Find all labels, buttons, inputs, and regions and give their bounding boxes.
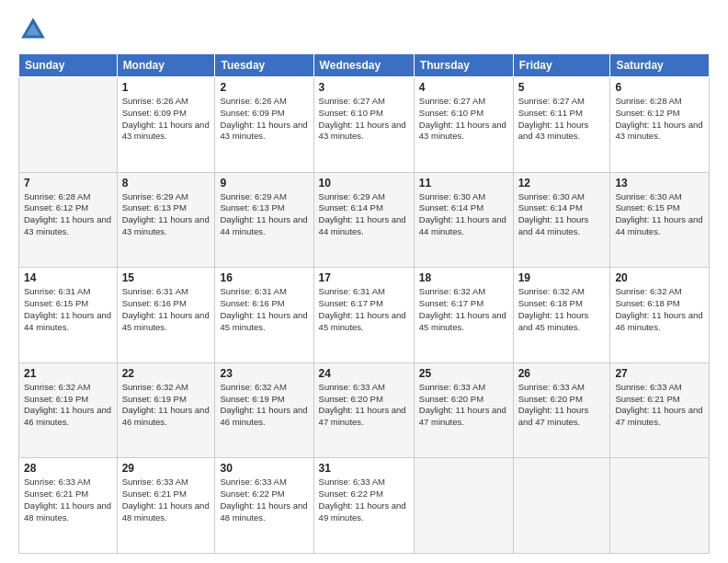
calendar-cell: 19Sunrise: 6:32 AMSunset: 6:18 PMDayligh… [513,268,610,363]
calendar-cell: 9Sunrise: 6:29 AMSunset: 6:13 PMDaylight… [215,172,313,268]
day-number: 30 [220,462,308,475]
day-number: 31 [319,462,409,475]
day-info: Sunrise: 6:33 AMSunset: 6:21 PMDaylight:… [122,477,210,523]
calendar-cell: 3Sunrise: 6:27 AMSunset: 6:10 PMDaylight… [313,77,414,173]
week-row-5: 28Sunrise: 6:33 AMSunset: 6:21 PMDayligh… [19,458,710,554]
calendar-cell: 14Sunrise: 6:31 AMSunset: 6:15 PMDayligh… [19,268,118,363]
calendar-cell: 24Sunrise: 6:33 AMSunset: 6:20 PMDayligh… [313,362,414,458]
day-number: 24 [319,367,409,380]
calendar-cell: 29Sunrise: 6:33 AMSunset: 6:21 PMDayligh… [117,458,215,554]
calendar-cell: 22Sunrise: 6:32 AMSunset: 6:19 PMDayligh… [117,362,215,458]
day-info: Sunrise: 6:33 AMSunset: 6:22 PMDaylight:… [319,477,409,523]
day-info: Sunrise: 6:29 AMSunset: 6:14 PMDaylight:… [319,191,409,238]
day-number: 18 [419,271,508,284]
day-info: Sunrise: 6:32 AMSunset: 6:19 PMDaylight:… [122,382,210,429]
day-number: 8 [122,177,210,190]
day-info: Sunrise: 6:32 AMSunset: 6:17 PMDaylight:… [419,286,508,333]
day-info: Sunrise: 6:32 AMSunset: 6:19 PMDaylight:… [220,382,308,429]
calendar-cell [414,458,513,554]
weekday-header-row: SundayMondayTuesdayWednesdayThursdayFrid… [19,54,710,77]
calendar-cell: 8Sunrise: 6:29 AMSunset: 6:13 PMDaylight… [117,172,215,268]
calendar-cell: 30Sunrise: 6:33 AMSunset: 6:22 PMDayligh… [215,458,313,554]
calendar-cell: 27Sunrise: 6:33 AMSunset: 6:21 PMDayligh… [610,362,710,458]
calendar-cell: 17Sunrise: 6:31 AMSunset: 6:17 PMDayligh… [313,268,414,363]
logo-icon [18,15,48,44]
weekday-header-sunday: Sunday [19,54,118,77]
calendar-cell: 2Sunrise: 6:26 AMSunset: 6:09 PMDaylight… [215,77,313,173]
weekday-header-saturday: Saturday [610,54,710,77]
calendar-cell: 16Sunrise: 6:31 AMSunset: 6:16 PMDayligh… [215,268,313,363]
day-info: Sunrise: 6:32 AMSunset: 6:18 PMDaylight:… [615,286,704,333]
day-number: 6 [615,81,704,94]
logo [18,15,51,44]
day-info: Sunrise: 6:27 AMSunset: 6:11 PMDaylight:… [518,96,606,143]
calendar-cell: 31Sunrise: 6:33 AMSunset: 6:22 PMDayligh… [313,458,414,554]
calendar-cell: 21Sunrise: 6:32 AMSunset: 6:19 PMDayligh… [19,362,118,458]
weekday-header-monday: Monday [117,54,215,77]
day-number: 15 [122,271,210,284]
calendar-cell: 25Sunrise: 6:33 AMSunset: 6:20 PMDayligh… [414,362,513,458]
calendar-cell: 5Sunrise: 6:27 AMSunset: 6:11 PMDaylight… [513,77,610,173]
day-info: Sunrise: 6:28 AMSunset: 6:12 PMDaylight:… [615,96,704,143]
day-number: 29 [122,462,210,475]
day-number: 5 [518,81,606,94]
calendar-cell: 4Sunrise: 6:27 AMSunset: 6:10 PMDaylight… [414,77,513,173]
day-number: 20 [615,271,704,284]
calendar-cell: 6Sunrise: 6:28 AMSunset: 6:12 PMDaylight… [610,77,710,173]
day-info: Sunrise: 6:26 AMSunset: 6:09 PMDaylight:… [122,96,210,143]
day-number: 10 [319,177,409,190]
day-info: Sunrise: 6:33 AMSunset: 6:22 PMDaylight:… [220,477,308,523]
calendar-cell: 28Sunrise: 6:33 AMSunset: 6:21 PMDayligh… [19,458,118,554]
day-info: Sunrise: 6:26 AMSunset: 6:09 PMDaylight:… [220,96,308,143]
calendar-table: SundayMondayTuesdayWednesdayThursdayFrid… [18,53,710,554]
day-info: Sunrise: 6:30 AMSunset: 6:14 PMDaylight:… [419,191,508,238]
day-info: Sunrise: 6:30 AMSunset: 6:15 PMDaylight:… [615,191,704,238]
day-number: 19 [518,271,606,284]
day-number: 2 [220,81,308,94]
day-info: Sunrise: 6:33 AMSunset: 6:21 PMDaylight:… [24,477,112,523]
day-number: 27 [615,367,704,380]
day-info: Sunrise: 6:29 AMSunset: 6:13 PMDaylight:… [122,191,210,238]
day-number: 13 [615,177,704,190]
day-number: 3 [319,81,409,94]
day-number: 17 [319,271,409,284]
day-number: 16 [220,271,308,284]
day-number: 14 [24,271,112,284]
day-info: Sunrise: 6:33 AMSunset: 6:20 PMDaylight:… [419,382,508,429]
day-number: 22 [122,367,210,380]
calendar-cell: 20Sunrise: 6:32 AMSunset: 6:18 PMDayligh… [610,268,710,363]
calendar-cell: 11Sunrise: 6:30 AMSunset: 6:14 PMDayligh… [414,172,513,268]
day-number: 21 [24,367,112,380]
calendar-cell [513,458,610,554]
calendar-cell: 18Sunrise: 6:32 AMSunset: 6:17 PMDayligh… [414,268,513,363]
day-info: Sunrise: 6:33 AMSunset: 6:21 PMDaylight:… [615,382,704,429]
page: SundayMondayTuesdayWednesdayThursdayFrid… [0,0,728,563]
week-row-4: 21Sunrise: 6:32 AMSunset: 6:19 PMDayligh… [19,362,710,458]
weekday-header-wednesday: Wednesday [313,54,414,77]
header [18,15,710,44]
calendar-cell: 12Sunrise: 6:30 AMSunset: 6:14 PMDayligh… [513,172,610,268]
day-info: Sunrise: 6:32 AMSunset: 6:19 PMDaylight:… [24,382,112,429]
weekday-header-friday: Friday [513,54,610,77]
calendar-cell [610,458,710,554]
day-info: Sunrise: 6:28 AMSunset: 6:12 PMDaylight:… [24,191,112,238]
day-info: Sunrise: 6:33 AMSunset: 6:20 PMDaylight:… [319,382,409,429]
day-info: Sunrise: 6:32 AMSunset: 6:18 PMDaylight:… [518,286,606,333]
day-number: 25 [419,367,508,380]
calendar-cell: 23Sunrise: 6:32 AMSunset: 6:19 PMDayligh… [215,362,313,458]
day-info: Sunrise: 6:33 AMSunset: 6:20 PMDaylight:… [518,382,606,429]
day-info: Sunrise: 6:27 AMSunset: 6:10 PMDaylight:… [419,96,508,143]
day-number: 26 [518,367,606,380]
day-info: Sunrise: 6:31 AMSunset: 6:16 PMDaylight:… [220,286,308,333]
day-info: Sunrise: 6:31 AMSunset: 6:17 PMDaylight:… [319,286,409,333]
calendar-cell [19,77,118,173]
day-info: Sunrise: 6:31 AMSunset: 6:15 PMDaylight:… [24,286,112,333]
day-info: Sunrise: 6:29 AMSunset: 6:13 PMDaylight:… [220,191,308,238]
day-number: 7 [24,177,112,190]
week-row-1: 1Sunrise: 6:26 AMSunset: 6:09 PMDaylight… [19,77,710,173]
day-number: 1 [122,81,210,94]
day-info: Sunrise: 6:31 AMSunset: 6:16 PMDaylight:… [122,286,210,333]
weekday-header-thursday: Thursday [414,54,513,77]
day-number: 28 [24,462,112,475]
calendar-cell: 13Sunrise: 6:30 AMSunset: 6:15 PMDayligh… [610,172,710,268]
